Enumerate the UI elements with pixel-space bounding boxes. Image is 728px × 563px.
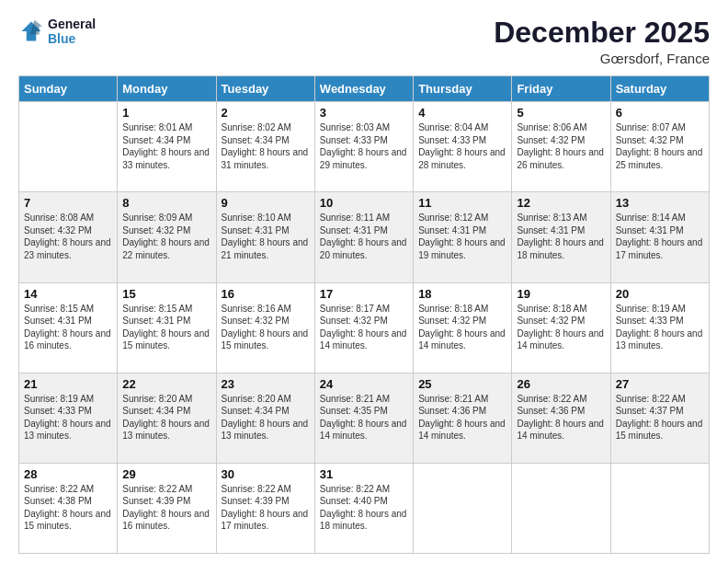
- cell-sun-info: Sunrise: 8:12 AMSunset: 4:31 PMDaylight:…: [418, 212, 506, 261]
- cell-sun-info: Sunrise: 8:04 AMSunset: 4:33 PMDaylight:…: [418, 121, 506, 171]
- table-row: 4Sunrise: 8:04 AMSunset: 4:33 PMDaylight…: [414, 102, 512, 192]
- table-row: 30Sunrise: 8:22 AMSunset: 4:39 PMDayligh…: [216, 463, 314, 553]
- cell-sun-info: Sunrise: 8:22 AMSunset: 4:37 PMDaylight:…: [616, 393, 704, 442]
- cell-day-number: 13: [616, 196, 704, 210]
- header-saturday: Saturday: [610, 76, 709, 102]
- table-row: [19, 102, 118, 192]
- calendar-row: 28Sunrise: 8:22 AMSunset: 4:38 PMDayligh…: [19, 463, 710, 553]
- cell-day-number: 28: [24, 467, 112, 481]
- month-title: December 2025: [494, 17, 710, 49]
- cell-day-number: 22: [122, 377, 210, 391]
- cell-sun-info: Sunrise: 8:18 AMSunset: 4:32 PMDaylight:…: [517, 303, 605, 352]
- table-row: 10Sunrise: 8:11 AMSunset: 4:31 PMDayligh…: [314, 192, 413, 282]
- cell-day-number: 24: [320, 377, 408, 391]
- cell-sun-info: Sunrise: 8:13 AMSunset: 4:31 PMDaylight:…: [517, 212, 605, 261]
- title-block: December 2025 Gœrsdorf, France: [494, 17, 710, 66]
- cell-sun-info: Sunrise: 8:02 AMSunset: 4:34 PMDaylight:…: [222, 121, 310, 171]
- header-thursday: Thursday: [414, 76, 512, 102]
- cell-day-number: 10: [320, 196, 408, 210]
- table-row: 21Sunrise: 8:19 AMSunset: 4:33 PMDayligh…: [19, 373, 118, 463]
- table-row: 15Sunrise: 8:15 AMSunset: 4:31 PMDayligh…: [118, 282, 216, 373]
- cell-day-number: 9: [222, 196, 310, 210]
- cell-day-number: 11: [418, 196, 506, 210]
- calendar-row: 1Sunrise: 8:01 AMSunset: 4:34 PMDaylight…: [19, 102, 710, 192]
- cell-sun-info: Sunrise: 8:01 AMSunset: 4:34 PMDaylight:…: [122, 121, 210, 171]
- table-row: 12Sunrise: 8:13 AMSunset: 4:31 PMDayligh…: [512, 192, 610, 282]
- table-row: 23Sunrise: 8:20 AMSunset: 4:34 PMDayligh…: [216, 373, 314, 463]
- header-sunday: Sunday: [19, 76, 118, 102]
- cell-day-number: 20: [616, 287, 704, 301]
- cell-sun-info: Sunrise: 8:07 AMSunset: 4:32 PMDaylight:…: [616, 121, 704, 171]
- table-row: 28Sunrise: 8:22 AMSunset: 4:38 PMDayligh…: [19, 463, 118, 553]
- cell-sun-info: Sunrise: 8:15 AMSunset: 4:31 PMDaylight:…: [24, 303, 112, 352]
- table-row: 6Sunrise: 8:07 AMSunset: 4:32 PMDaylight…: [610, 102, 709, 192]
- calendar-table: Sunday Monday Tuesday Wednesday Thursday…: [18, 75, 710, 554]
- table-row: 16Sunrise: 8:16 AMSunset: 4:32 PMDayligh…: [216, 282, 314, 373]
- cell-sun-info: Sunrise: 8:16 AMSunset: 4:32 PMDaylight:…: [222, 303, 310, 352]
- weekday-header-row: Sunday Monday Tuesday Wednesday Thursday…: [19, 76, 710, 102]
- logo: General Blue: [18, 17, 96, 46]
- header: General Blue December 2025 Gœrsdorf, Fra…: [18, 17, 710, 66]
- cell-day-number: 15: [122, 287, 210, 301]
- cell-sun-info: Sunrise: 8:20 AMSunset: 4:34 PMDaylight:…: [222, 393, 310, 442]
- cell-day-number: 4: [418, 106, 506, 120]
- calendar-row: 7Sunrise: 8:08 AMSunset: 4:32 PMDaylight…: [19, 192, 710, 282]
- table-row: 13Sunrise: 8:14 AMSunset: 4:31 PMDayligh…: [610, 192, 709, 282]
- cell-sun-info: Sunrise: 8:21 AMSunset: 4:36 PMDaylight:…: [418, 393, 506, 442]
- logo-text: General Blue: [48, 17, 96, 46]
- cell-day-number: 23: [222, 377, 310, 391]
- table-row: 7Sunrise: 8:08 AMSunset: 4:32 PMDaylight…: [19, 192, 118, 282]
- cell-sun-info: Sunrise: 8:15 AMSunset: 4:31 PMDaylight:…: [122, 303, 210, 352]
- cell-sun-info: Sunrise: 8:22 AMSunset: 4:38 PMDaylight:…: [24, 483, 112, 533]
- cell-sun-info: Sunrise: 8:14 AMSunset: 4:31 PMDaylight:…: [616, 212, 704, 261]
- cell-day-number: 25: [418, 377, 506, 391]
- cell-sun-info: Sunrise: 8:08 AMSunset: 4:32 PMDaylight:…: [24, 212, 112, 261]
- cell-day-number: 21: [24, 377, 112, 391]
- cell-day-number: 2: [222, 106, 310, 120]
- table-row: 17Sunrise: 8:17 AMSunset: 4:32 PMDayligh…: [314, 282, 413, 373]
- cell-sun-info: Sunrise: 8:17 AMSunset: 4:32 PMDaylight:…: [320, 303, 408, 352]
- cell-day-number: 18: [418, 287, 506, 301]
- table-row: 14Sunrise: 8:15 AMSunset: 4:31 PMDayligh…: [19, 282, 118, 373]
- cell-day-number: 7: [24, 196, 112, 210]
- cell-sun-info: Sunrise: 8:19 AMSunset: 4:33 PMDaylight:…: [616, 303, 704, 352]
- cell-day-number: 26: [517, 377, 605, 391]
- calendar-row: 14Sunrise: 8:15 AMSunset: 4:31 PMDayligh…: [19, 282, 710, 373]
- table-row: 19Sunrise: 8:18 AMSunset: 4:32 PMDayligh…: [512, 282, 610, 373]
- cell-sun-info: Sunrise: 8:06 AMSunset: 4:32 PMDaylight:…: [517, 121, 605, 171]
- table-row: 8Sunrise: 8:09 AMSunset: 4:32 PMDaylight…: [118, 192, 216, 282]
- page: General Blue December 2025 Gœrsdorf, Fra…: [0, 0, 728, 563]
- cell-sun-info: Sunrise: 8:03 AMSunset: 4:33 PMDaylight:…: [320, 121, 408, 171]
- table-row: 26Sunrise: 8:22 AMSunset: 4:36 PMDayligh…: [512, 373, 610, 463]
- table-row: 11Sunrise: 8:12 AMSunset: 4:31 PMDayligh…: [414, 192, 512, 282]
- cell-sun-info: Sunrise: 8:10 AMSunset: 4:31 PMDaylight:…: [222, 212, 310, 261]
- table-row: 3Sunrise: 8:03 AMSunset: 4:33 PMDaylight…: [314, 102, 413, 192]
- cell-day-number: 12: [517, 196, 605, 210]
- table-row: 27Sunrise: 8:22 AMSunset: 4:37 PMDayligh…: [610, 373, 709, 463]
- table-row: [512, 463, 610, 553]
- cell-sun-info: Sunrise: 8:11 AMSunset: 4:31 PMDaylight:…: [320, 212, 408, 261]
- table-row: 24Sunrise: 8:21 AMSunset: 4:35 PMDayligh…: [314, 373, 413, 463]
- table-row: 22Sunrise: 8:20 AMSunset: 4:34 PMDayligh…: [118, 373, 216, 463]
- cell-sun-info: Sunrise: 8:19 AMSunset: 4:33 PMDaylight:…: [24, 393, 112, 442]
- table-row: 20Sunrise: 8:19 AMSunset: 4:33 PMDayligh…: [610, 282, 709, 373]
- table-row: 29Sunrise: 8:22 AMSunset: 4:39 PMDayligh…: [118, 463, 216, 553]
- cell-day-number: 6: [616, 106, 704, 120]
- table-row: 18Sunrise: 8:18 AMSunset: 4:32 PMDayligh…: [414, 282, 512, 373]
- table-row: 25Sunrise: 8:21 AMSunset: 4:36 PMDayligh…: [414, 373, 512, 463]
- cell-day-number: 1: [122, 106, 210, 120]
- cell-day-number: 8: [122, 196, 210, 210]
- table-row: 5Sunrise: 8:06 AMSunset: 4:32 PMDaylight…: [512, 102, 610, 192]
- table-row: [610, 463, 709, 553]
- table-row: 1Sunrise: 8:01 AMSunset: 4:34 PMDaylight…: [118, 102, 216, 192]
- table-row: 9Sunrise: 8:10 AMSunset: 4:31 PMDaylight…: [216, 192, 314, 282]
- cell-day-number: 5: [517, 106, 605, 120]
- header-tuesday: Tuesday: [216, 76, 314, 102]
- cell-day-number: 16: [222, 287, 310, 301]
- cell-day-number: 14: [24, 287, 112, 301]
- table-row: 2Sunrise: 8:02 AMSunset: 4:34 PMDaylight…: [216, 102, 314, 192]
- cell-day-number: 17: [320, 287, 408, 301]
- header-wednesday: Wednesday: [314, 76, 413, 102]
- cell-day-number: 19: [517, 287, 605, 301]
- cell-sun-info: Sunrise: 8:22 AMSunset: 4:36 PMDaylight:…: [517, 393, 605, 442]
